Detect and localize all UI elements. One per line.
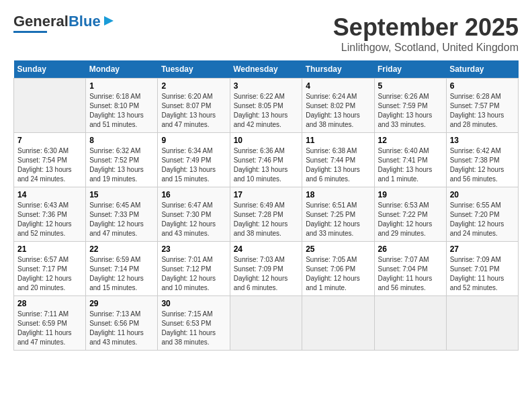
calendar-cell: 15Sunrise: 6:45 AMSunset: 7:33 PMDayligh… (86, 187, 158, 242)
day-number: 11 (306, 136, 370, 145)
calendar-cell: 27Sunrise: 7:09 AMSunset: 7:01 PMDayligh… (446, 242, 518, 296)
column-header-wednesday: Wednesday (230, 60, 302, 79)
calendar-cell: 24Sunrise: 7:03 AMSunset: 7:09 PMDayligh… (230, 242, 302, 296)
calendar-cell: 1Sunrise: 6:18 AMSunset: 8:10 PMDaylight… (86, 79, 158, 133)
calendar-cell: 26Sunrise: 7:07 AMSunset: 7:04 PMDayligh… (374, 242, 446, 296)
day-number: 10 (234, 136, 299, 145)
logo-text: GeneralBlue (13, 14, 101, 29)
day-number: 26 (378, 244, 443, 254)
calendar-week-row: 21Sunrise: 6:57 AMSunset: 7:17 PMDayligh… (14, 242, 519, 296)
title-section: September 2025 Linlithgow, Scotland, Uni… (333, 13, 519, 54)
day-number: 9 (161, 136, 226, 145)
calendar-cell: 29Sunrise: 7:13 AMSunset: 6:56 PMDayligh… (86, 296, 158, 351)
day-number: 3 (234, 81, 299, 91)
calendar-cell: 5Sunrise: 6:26 AMSunset: 7:59 PMDaylight… (374, 79, 446, 133)
day-number: 25 (306, 244, 370, 254)
day-info: Sunrise: 7:07 AMSunset: 7:04 PMDaylight:… (378, 255, 443, 293)
calendar-cell: 13Sunrise: 6:42 AMSunset: 7:38 PMDayligh… (446, 133, 518, 187)
calendar-cell: 28Sunrise: 7:11 AMSunset: 6:59 PMDayligh… (14, 296, 86, 351)
calendar-cell: 2Sunrise: 6:20 AMSunset: 8:07 PMDaylight… (158, 79, 230, 133)
day-number: 19 (378, 190, 443, 199)
day-number: 7 (17, 136, 82, 145)
day-number: 2 (161, 81, 226, 91)
day-info: Sunrise: 7:13 AMSunset: 6:56 PMDaylight:… (89, 310, 154, 347)
day-info: Sunrise: 6:18 AMSunset: 8:10 PMDaylight:… (89, 92, 154, 130)
column-header-monday: Monday (86, 60, 158, 79)
calendar-cell: 23Sunrise: 7:01 AMSunset: 7:12 PMDayligh… (158, 242, 230, 296)
day-number: 23 (161, 244, 226, 254)
day-number: 16 (161, 190, 226, 199)
day-number: 20 (450, 190, 515, 199)
calendar-cell: 8Sunrise: 6:32 AMSunset: 7:52 PMDaylight… (86, 133, 158, 187)
day-info: Sunrise: 6:43 AMSunset: 7:36 PMDaylight:… (17, 201, 82, 238)
calendar-week-row: 28Sunrise: 7:11 AMSunset: 6:59 PMDayligh… (14, 296, 519, 351)
day-number: 12 (378, 136, 443, 145)
calendar-cell: 18Sunrise: 6:51 AMSunset: 7:25 PMDayligh… (302, 187, 374, 242)
calendar-cell: 20Sunrise: 6:55 AMSunset: 7:20 PMDayligh… (446, 187, 518, 242)
day-info: Sunrise: 7:09 AMSunset: 7:01 PMDaylight:… (450, 255, 515, 293)
column-header-thursday: Thursday (302, 60, 374, 79)
location: Linlithgow, Scotland, United Kingdom (333, 42, 519, 54)
day-number: 28 (17, 299, 82, 308)
day-info: Sunrise: 6:51 AMSunset: 7:25 PMDaylight:… (306, 201, 370, 238)
day-number: 27 (450, 244, 515, 254)
calendar-cell: 7Sunrise: 6:30 AMSunset: 7:54 PMDaylight… (14, 133, 86, 187)
calendar-cell: 12Sunrise: 6:40 AMSunset: 7:41 PMDayligh… (374, 133, 446, 187)
day-info: Sunrise: 6:20 AMSunset: 8:07 PMDaylight:… (161, 92, 226, 130)
day-info: Sunrise: 6:40 AMSunset: 7:41 PMDaylight:… (378, 146, 443, 184)
day-info: Sunrise: 6:36 AMSunset: 7:46 PMDaylight:… (234, 146, 299, 184)
day-number: 5 (378, 81, 443, 91)
day-info: Sunrise: 6:24 AMSunset: 8:02 PMDaylight:… (306, 92, 370, 130)
logo: GeneralBlue (13, 13, 115, 33)
column-header-sunday: Sunday (14, 60, 86, 79)
day-number: 13 (450, 136, 515, 145)
column-header-tuesday: Tuesday (158, 60, 230, 79)
day-number: 1 (89, 81, 154, 91)
day-info: Sunrise: 7:01 AMSunset: 7:12 PMDaylight:… (161, 255, 226, 293)
day-number: 4 (306, 81, 370, 91)
calendar-cell: 10Sunrise: 6:36 AMSunset: 7:46 PMDayligh… (230, 133, 302, 187)
day-number: 24 (234, 244, 299, 254)
day-info: Sunrise: 6:49 AMSunset: 7:28 PMDaylight:… (234, 201, 299, 238)
calendar-cell: 6Sunrise: 6:28 AMSunset: 7:57 PMDaylight… (446, 79, 518, 133)
month-title: September 2025 (333, 13, 519, 42)
calendar-week-row: 1Sunrise: 6:18 AMSunset: 8:10 PMDaylight… (14, 79, 519, 133)
day-info: Sunrise: 6:30 AMSunset: 7:54 PMDaylight:… (17, 146, 82, 184)
day-info: Sunrise: 6:26 AMSunset: 7:59 PMDaylight:… (378, 92, 443, 130)
day-info: Sunrise: 7:15 AMSunset: 6:53 PMDaylight:… (161, 310, 226, 347)
day-info: Sunrise: 7:11 AMSunset: 6:59 PMDaylight:… (17, 310, 82, 347)
calendar-cell (374, 296, 446, 351)
calendar-table: SundayMondayTuesdayWednesdayThursdayFrid… (13, 60, 519, 351)
day-info: Sunrise: 6:34 AMSunset: 7:49 PMDaylight:… (161, 146, 226, 184)
calendar-cell (230, 296, 302, 351)
page-header: GeneralBlue September 2025 Linlithgow, S… (13, 13, 519, 54)
svg-marker-0 (104, 16, 114, 26)
day-info: Sunrise: 6:55 AMSunset: 7:20 PMDaylight:… (450, 201, 515, 238)
calendar-cell: 17Sunrise: 6:49 AMSunset: 7:28 PMDayligh… (230, 187, 302, 242)
calendar-cell: 25Sunrise: 7:05 AMSunset: 7:06 PMDayligh… (302, 242, 374, 296)
logo-underline (13, 31, 47, 33)
day-info: Sunrise: 7:03 AMSunset: 7:09 PMDaylight:… (234, 255, 299, 293)
calendar-week-row: 14Sunrise: 6:43 AMSunset: 7:36 PMDayligh… (14, 187, 519, 242)
day-info: Sunrise: 6:47 AMSunset: 7:30 PMDaylight:… (161, 201, 226, 238)
day-info: Sunrise: 6:38 AMSunset: 7:44 PMDaylight:… (306, 146, 370, 184)
calendar-header-row: SundayMondayTuesdayWednesdayThursdayFrid… (14, 60, 519, 79)
day-info: Sunrise: 6:57 AMSunset: 7:17 PMDaylight:… (17, 255, 82, 293)
day-info: Sunrise: 6:53 AMSunset: 7:22 PMDaylight:… (378, 201, 443, 238)
calendar-cell (302, 296, 374, 351)
calendar-cell: 11Sunrise: 6:38 AMSunset: 7:44 PMDayligh… (302, 133, 374, 187)
calendar-cell: 16Sunrise: 6:47 AMSunset: 7:30 PMDayligh… (158, 187, 230, 242)
day-info: Sunrise: 6:32 AMSunset: 7:52 PMDaylight:… (89, 146, 154, 184)
day-info: Sunrise: 6:42 AMSunset: 7:38 PMDaylight:… (450, 146, 515, 184)
day-number: 22 (89, 244, 154, 254)
calendar-week-row: 7Sunrise: 6:30 AMSunset: 7:54 PMDaylight… (14, 133, 519, 187)
calendar-cell: 4Sunrise: 6:24 AMSunset: 8:02 PMDaylight… (302, 79, 374, 133)
day-number: 17 (234, 190, 299, 199)
column-header-friday: Friday (374, 60, 446, 79)
day-number: 15 (89, 190, 154, 199)
logo-icon (103, 15, 115, 27)
calendar-cell: 21Sunrise: 6:57 AMSunset: 7:17 PMDayligh… (14, 242, 86, 296)
day-number: 18 (306, 190, 370, 199)
day-number: 6 (450, 81, 515, 91)
calendar-cell (14, 79, 86, 133)
